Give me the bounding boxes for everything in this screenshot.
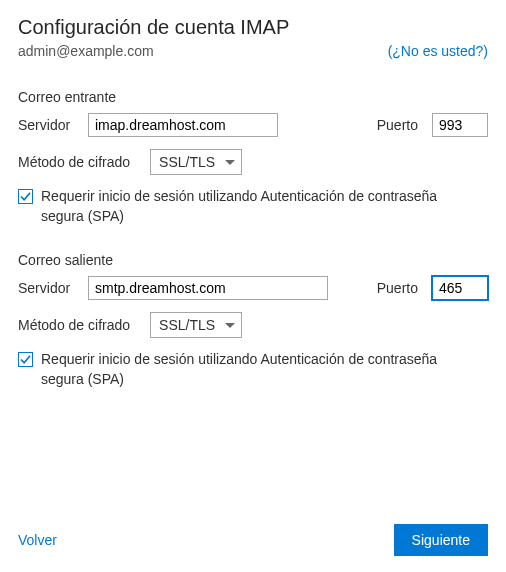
incoming-heading: Correo entrante bbox=[18, 89, 488, 105]
outgoing-server-label: Servidor bbox=[18, 280, 78, 296]
incoming-encryption-label: Método de cifrado bbox=[18, 154, 130, 170]
not-you-link[interactable]: (¿No es usted?) bbox=[388, 43, 488, 59]
account-email: admin@example.com bbox=[18, 43, 154, 59]
outgoing-port-label: Puerto bbox=[377, 280, 418, 296]
outgoing-server-input[interactable] bbox=[88, 276, 328, 300]
outgoing-encryption-value: SSL/TLS bbox=[159, 317, 215, 333]
incoming-spa-checkbox[interactable] bbox=[18, 189, 33, 204]
outgoing-spa-label: Requerir inicio de sesión utilizando Aut… bbox=[41, 350, 481, 389]
back-link[interactable]: Volver bbox=[18, 532, 57, 548]
incoming-encryption-select[interactable]: SSL/TLS bbox=[150, 149, 242, 175]
incoming-spa-label: Requerir inicio de sesión utilizando Aut… bbox=[41, 187, 481, 226]
outgoing-heading: Correo saliente bbox=[18, 252, 488, 268]
outgoing-port-input[interactable] bbox=[432, 276, 488, 300]
chevron-down-icon bbox=[225, 160, 235, 165]
incoming-port-input[interactable] bbox=[432, 113, 488, 137]
outgoing-encryption-label: Método de cifrado bbox=[18, 317, 130, 333]
next-button[interactable]: Siguiente bbox=[394, 524, 488, 556]
outgoing-encryption-select[interactable]: SSL/TLS bbox=[150, 312, 242, 338]
page-title: Configuración de cuenta IMAP bbox=[18, 16, 488, 39]
chevron-down-icon bbox=[225, 323, 235, 328]
incoming-encryption-value: SSL/TLS bbox=[159, 154, 215, 170]
incoming-server-input[interactable] bbox=[88, 113, 278, 137]
incoming-port-label: Puerto bbox=[377, 117, 418, 133]
outgoing-spa-checkbox[interactable] bbox=[18, 352, 33, 367]
incoming-server-label: Servidor bbox=[18, 117, 78, 133]
